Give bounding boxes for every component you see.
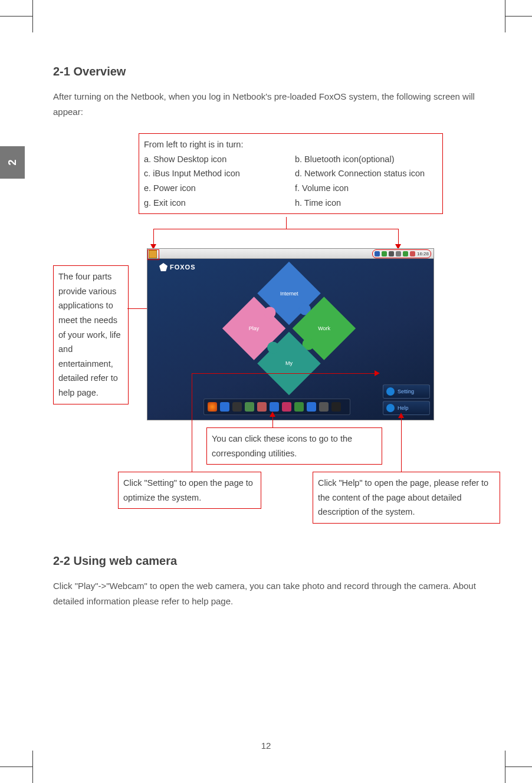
puzzle-label: Work [318, 325, 330, 331]
section-1-heading: 2-1 Overview [53, 65, 497, 78]
callout-dock-text: You can click these icons to go to the c… [212, 434, 352, 458]
arrow-head-icon [398, 413, 404, 418]
tray-right-group: 16:28 [372, 249, 431, 258]
foxos-logo: FOXOS [159, 263, 196, 271]
bluetooth-icon[interactable] [375, 251, 380, 256]
dock-app-icon[interactable] [294, 402, 304, 412]
callout-four-parts: The four parts provide various applicati… [53, 265, 129, 404]
callout-dock: You can click these icons to go to the c… [206, 427, 382, 465]
help-icon [386, 404, 395, 412]
puzzle-label: My [285, 360, 293, 366]
dock-app-icon[interactable] [270, 402, 279, 412]
help-label: Help [398, 405, 409, 411]
arrow-line [192, 373, 375, 374]
callout-setting: Click "Setting" to open the page to opti… [118, 472, 261, 509]
callout-setting-text: Click "Setting" to open the page to opti… [123, 478, 253, 502]
arrow-line [398, 229, 399, 244]
arrow-line [286, 217, 287, 229]
puzzle-label: Play [249, 325, 260, 331]
foxos-logo-text: FOXOS [170, 264, 196, 271]
dock-app-icon[interactable] [331, 402, 341, 412]
show-desktop-highlight [147, 249, 159, 260]
tray-item-b: b. Bluetooth icon(optional) [295, 152, 438, 167]
arrow-line [272, 417, 273, 427]
chapter-tab: 2 [0, 146, 25, 179]
dock [203, 399, 350, 415]
section-2-heading: 2-2 Using web camera [53, 554, 497, 568]
tray-item-e: e. Power icon [144, 181, 295, 196]
exit-icon[interactable] [410, 251, 415, 256]
tray-item-f: f. Volume icon [295, 181, 438, 196]
arrow-line [153, 229, 154, 244]
dock-app-icon[interactable] [220, 402, 229, 412]
tray-item-a: a. Show Desktop icon [144, 152, 295, 167]
puzzle-label: Internet [280, 291, 298, 297]
section-2-body: Click "Play"->"Webcam" to open the web c… [53, 578, 497, 608]
chapter-number: 2 [6, 159, 18, 165]
callout-tray-intro: From left to right is in turn: [144, 137, 438, 152]
callout-tray-icons: From left to right is in turn: a. Show D… [139, 133, 443, 214]
dock-app-icon[interactable] [257, 402, 267, 412]
volume-icon[interactable] [403, 251, 408, 256]
foxos-desktop-screenshot: 16:28 FOXOS Internet Work Play My Settin… [147, 249, 434, 420]
arrow-head-icon [375, 370, 380, 376]
power-icon[interactable] [396, 251, 401, 256]
callout-four-parts-text: The four parts provide various applicati… [58, 272, 121, 397]
callout-help-text: Click "Help" to open the page, please re… [318, 478, 488, 516]
setting-button[interactable]: Setting [383, 384, 430, 399]
dock-app-icon[interactable] [245, 402, 254, 412]
tray-item-c: c. iBus Input Method icon [144, 166, 295, 181]
dock-app-icon[interactable] [232, 402, 242, 412]
gear-icon [386, 387, 395, 396]
tray-item-g: g. Exit icon [144, 196, 295, 210]
arrow-head-icon [270, 412, 275, 417]
dock-firefox-icon[interactable] [208, 402, 217, 412]
dock-app-icon[interactable] [319, 402, 329, 412]
setting-label: Setting [398, 389, 414, 394]
arrow-line [401, 418, 402, 472]
callout-help: Click "Help" to open the page, please re… [313, 472, 500, 524]
tray-time: 16:28 [417, 251, 429, 256]
section-1-intro: After turning on the Netbook, when you l… [53, 89, 497, 119]
ibus-icon[interactable] [382, 251, 387, 256]
system-tray: 16:28 [147, 249, 434, 259]
launcher-puzzle: Internet Work Play My [222, 262, 356, 395]
dock-app-icon[interactable] [307, 402, 316, 412]
help-button[interactable]: Help [383, 401, 430, 415]
arrow-line [192, 373, 192, 472]
tray-item-h: h. Time icon [295, 196, 438, 210]
tray-item-d: d. Network Connection status icon [295, 166, 438, 181]
arrow-line [153, 229, 398, 229]
dock-app-icon[interactable] [282, 402, 291, 412]
page-number: 12 [0, 741, 532, 751]
network-status-icon[interactable] [389, 251, 394, 256]
fox-icon [159, 263, 168, 271]
